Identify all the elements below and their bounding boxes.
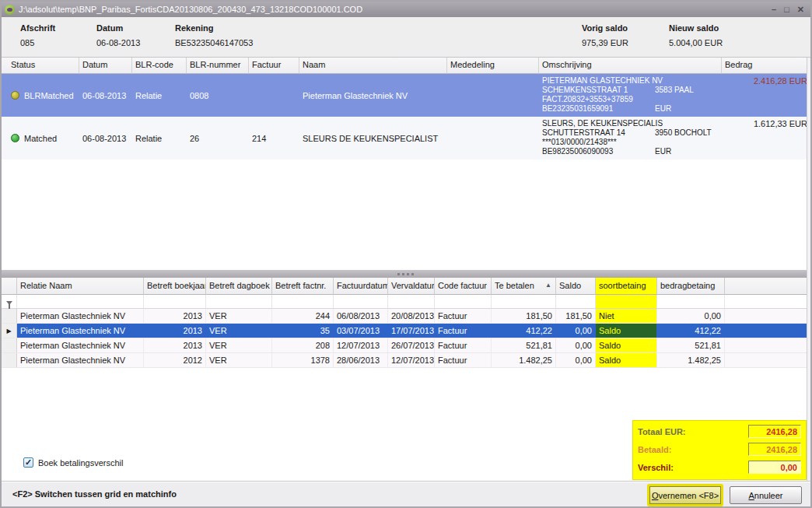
field-value: 5.004,00 EUR [669, 38, 723, 47]
cell-datum: 06-08-2013 [79, 134, 132, 143]
cell-relatie-naam: Pieterman Glastechniek NV [17, 338, 144, 352]
cell-saldo: 0,00 [556, 353, 596, 367]
column-header-naam[interactable]: Naam [299, 58, 447, 74]
row-indicator [2, 353, 17, 367]
filter-cell[interactable] [388, 295, 435, 308]
cell-te-betalen: 181,50 [492, 309, 556, 323]
column-header-betreft-factnr[interactable]: Betreft factnr. [272, 278, 334, 295]
cell-vervaldatum: 20/08/2013 [388, 309, 435, 323]
cell-soortbetaing: Niet [596, 309, 657, 323]
status-dot-yellow-icon [11, 91, 19, 100]
row-indicator [2, 309, 17, 323]
column-header-mededeling[interactable]: Mededeling [447, 58, 539, 74]
cell-te-betalen: 412,22 [492, 324, 556, 338]
cell-saldo: 0,00 [556, 324, 596, 338]
transaction-row[interactable]: BLRMatched 06-08-2013 Relatie 0808 Piete… [2, 74, 810, 117]
status-text: Matched [24, 134, 57, 143]
filter-cell[interactable] [17, 295, 144, 308]
filter-cell[interactable] [657, 295, 725, 308]
cell-factnr: 1378 [272, 353, 334, 367]
betaald-field: 2416,28 [748, 443, 801, 456]
column-header-omschrijving[interactable]: Omschrijving [539, 58, 722, 74]
transaction-row[interactable]: Matched 06-08-2013 Relatie 26 214 SLEURS… [2, 117, 810, 159]
sort-ascending-icon: ▲ [545, 282, 551, 289]
cell-te-betalen: 521,81 [492, 338, 556, 352]
cell-empty [725, 353, 810, 367]
column-header-code-factuur[interactable]: Code factuur [435, 278, 492, 295]
cell-factuurdatum: 12/07/2013 [334, 338, 388, 352]
column-header-relatie-naam[interactable]: Relatie Naam [17, 278, 144, 295]
column-header-te-betalen[interactable]: Te betalen ▲ [492, 278, 556, 295]
column-header-empty [725, 278, 810, 295]
cell-factuur: 214 [249, 134, 299, 143]
column-header-bedragbetaing[interactable]: bedragbetaing [657, 278, 725, 295]
cell-bedragbetaing: 0,00 [657, 309, 725, 323]
cell-bedrag: 2.416,28 EUR [722, 74, 810, 117]
column-header-betreft-dagboek[interactable]: Betreft dagboek [206, 278, 272, 295]
cell-relatie-naam: Pieterman Glastechniek NV [17, 324, 144, 338]
column-header-blr-nummer[interactable]: BLR-nummer [187, 58, 249, 74]
cell-naam: Pieterman Glastechniek NV [299, 91, 447, 100]
column-header-saldo[interactable]: Saldo [556, 278, 596, 295]
keyboard-hint: <F2> Switchen tussen grid en matchinfo [12, 489, 177, 499]
field-label: Vorig saldo [582, 23, 628, 33]
field-afschrift: Afschrift 085 [20, 23, 55, 47]
filter-cell [725, 295, 810, 308]
filter-cell[interactable] [556, 295, 596, 308]
filter-cell[interactable] [272, 295, 334, 308]
overnemen-button[interactable]: Overnemen <F8> [649, 486, 721, 504]
cell-naam: SLEURS DE KEUKENSPECIALIST [299, 134, 447, 143]
filter-cell[interactable] [596, 295, 657, 308]
cell-dagboek: VER [206, 353, 272, 367]
column-header-factuurdatum[interactable]: Factuurdatum [334, 278, 388, 295]
column-header-factuur[interactable]: Factuur [249, 58, 299, 74]
cell-blr-code: Relatie [132, 91, 187, 100]
cell-factnr: 208 [272, 338, 334, 352]
field-rekening: Rekening BE53235046147053 [175, 23, 253, 47]
cell-bedrag: 1.612,33 EUR [722, 117, 810, 159]
column-header-datum[interactable]: Datum [79, 58, 132, 74]
invoice-row-selected[interactable]: ▶ Pieterman Glastechniek NV 2013 VER 35 … [2, 324, 810, 338]
cell-relatie-naam: Pieterman Glastechniek NV [17, 353, 144, 367]
cell-saldo: 181,50 [556, 309, 596, 323]
status-text: BLRMatched [24, 91, 74, 100]
field-nieuw-saldo: Nieuw saldo 5.004,00 EUR [669, 23, 723, 47]
cell-soortbetaing: Saldo [596, 353, 657, 367]
cell-dagboek: VER [206, 309, 272, 323]
filter-cell[interactable] [435, 295, 492, 308]
invoices-grid-header: Relatie Naam Betreft boekjaar Betreft da… [2, 278, 810, 295]
column-header-vervaldatum[interactable]: Vervaldatum [388, 278, 435, 295]
filter-cell[interactable] [334, 295, 388, 308]
filter-cell[interactable] [206, 295, 272, 308]
cell-empty [725, 309, 810, 323]
field-value: 06-08-2013 [96, 38, 140, 47]
boek-betalingsverschil-checkbox[interactable]: ✓ Boek betalingsverschil [23, 457, 123, 468]
cell-factuurdatum: 06/08/2013 [334, 309, 388, 323]
checkbox-check-icon: ✓ [23, 457, 33, 468]
horizontal-splitter[interactable] [2, 271, 810, 278]
close-icon[interactable]: ✕ [797, 3, 804, 16]
column-header-status[interactable]: Status [8, 58, 79, 74]
column-header-blr-code[interactable]: BLR-code [132, 58, 187, 74]
invoice-row[interactable]: Pieterman Glastechniek NV 2013 VER 244 0… [2, 309, 810, 324]
verschil-label: Verschil: [638, 463, 702, 472]
invoice-row[interactable]: Pieterman Glastechniek NV 2012 VER 1378 … [2, 353, 810, 368]
cell-factnr: 35 [272, 324, 334, 338]
cell-boekjaar: 2012 [144, 353, 206, 367]
titlebar: J:\adsolut\temp\BNP_Paribas_FortisCDA201… [2, 2, 810, 17]
minimize-icon[interactable]: – [772, 3, 776, 16]
cell-blr-nummer: 0808 [187, 91, 249, 100]
filter-cell[interactable] [492, 295, 556, 308]
column-header-bedrag[interactable]: Bedrag [722, 58, 810, 74]
field-label: Datum [96, 23, 140, 33]
column-header-soortbetaing[interactable]: soortbetaing [596, 278, 657, 295]
filter-cell[interactable] [144, 295, 206, 308]
statusbar: <F2> Switchen tussen grid en matchinfo O… [2, 481, 810, 506]
invoice-row[interactable]: Pieterman Glastechniek NV 2013 VER 208 1… [2, 338, 810, 353]
column-header-betreft-boekjaar[interactable]: Betreft boekjaar [144, 278, 206, 295]
cell-vervaldatum: 17/07/2013 [388, 324, 435, 338]
maximize-icon[interactable]: □ [784, 3, 789, 16]
annuleer-button[interactable]: Annuleer [730, 486, 802, 504]
app-icon [5, 5, 15, 15]
filter-row-indicator [2, 295, 17, 308]
